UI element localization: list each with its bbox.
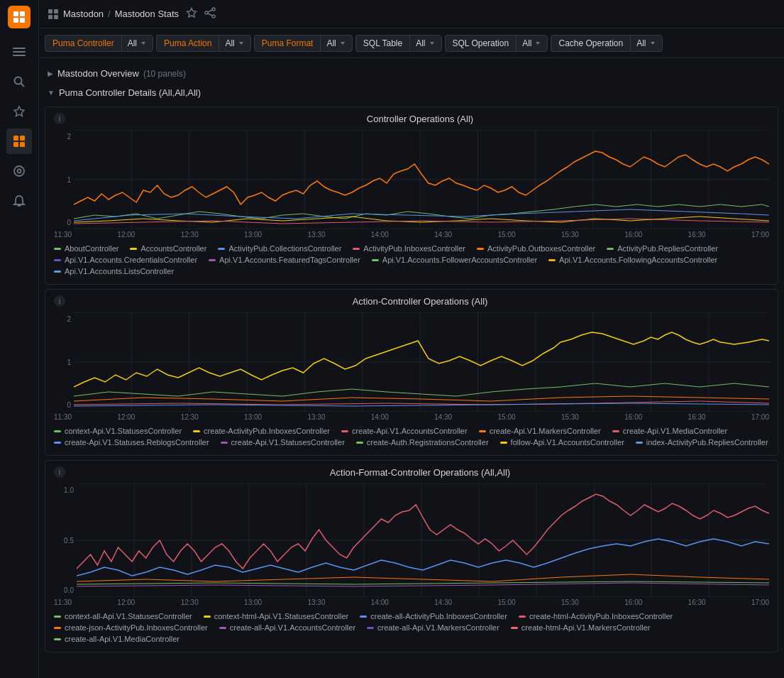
chart1-info-icon[interactable]: i [54,113,65,124]
section-puma-details[interactable]: ▼ Puma Controller Details (All,All,All) [45,83,778,102]
app-logo[interactable] [8,6,31,28]
filter-puma-format-dropdown[interactable]: All [320,35,352,52]
legend-dot [54,638,61,640]
svg-marker-31 [651,42,655,45]
svg-rect-1 [20,11,25,16]
filter-sql-operation-label[interactable]: SQL Operation [445,35,517,52]
legend-text: Api.V1.Accounts.FeaturedTagsController [219,256,360,264]
legend-dot [54,627,61,629]
chart3-title: Action-Format-Controller Operations (All… [71,467,769,478]
app-breadcrumb-link[interactable]: Mastodon [63,9,104,19]
sidebar [0,0,39,678]
legend-item: create-ActivityPub.InboxesController [193,427,330,435]
filter-puma-format: Puma Format All [254,35,353,52]
legend-text: create-all-Api.V1.MediaController [65,635,180,643]
sidebar-item-starred[interactable] [6,99,32,124]
legend-dot [367,627,374,629]
filter-cache-operation-dropdown[interactable]: All [630,35,662,52]
sidebar-item-alerts[interactable] [6,188,32,214]
legend-item: context-html-Api.V1.StatusesController [204,612,349,620]
legend-dot [356,442,363,444]
legend-text: create-Api.V1.StatusesController [231,438,345,447]
legend-text: context-Api.V1.StatusesController [65,427,182,435]
chart2-ymin: 0 [54,401,71,409]
legend-dot [218,248,225,250]
filter-puma-controller-label[interactable]: Puma Controller [45,35,121,52]
svg-rect-16 [48,9,53,13]
filter-puma-action: Puma Action All [156,35,251,52]
sidebar-item-hamburger[interactable] [6,39,32,65]
legend-text: ActivityPub.CollectionsController [228,244,341,253]
chart1-area [74,130,769,229]
sidebar-item-explore[interactable] [6,158,32,184]
legend-item: create-Auth.RegistrationsController [356,438,489,447]
legend-item: context-all-Api.V1.StatusesController [54,612,192,620]
filter-sql-operation-dropdown[interactable]: All [516,35,548,52]
section-expand-arrow: ▶ [48,70,53,77]
legend-text: ActivityPub.OutboxesController [487,244,595,253]
filter-sql-table-label[interactable]: SQL Table [355,35,409,52]
legend-item: ActivityPub.CollectionsController [218,244,341,253]
filter-puma-controller: Puma Controller All [45,35,153,52]
chart3-xaxis: 11:30 12:00 12:30 13:00 13:30 14:00 14:3… [54,597,769,609]
svg-rect-13 [20,142,25,147]
chevron-down-icon [140,40,147,47]
legend-text: create-Auth.RegistrationsController [367,438,489,447]
legend-dot [636,442,643,444]
legend-text: context-html-Api.V1.StatusesController [214,612,349,620]
topbar: Mastodon / Mastodon Stats [39,0,784,28]
legend-dot [360,616,367,618]
dashboard-breadcrumb: Mastodon Stats [115,9,179,19]
sidebar-item-dashboards[interactable] [6,129,32,154]
svg-line-8 [21,84,25,87]
filter-sql-table-dropdown[interactable]: All [409,35,441,52]
section-mastodon-overview-label: Mastodon Overview [57,68,139,79]
chart1-ymin: 0 [54,219,71,226]
legend-text: create-Api.V1.MarkersController [490,427,601,435]
legend-item: Api.V1.Accounts.ListsController [54,267,174,275]
star-button[interactable] [186,7,197,21]
sidebar-item-search[interactable] [6,69,32,94]
svg-marker-30 [536,42,540,45]
chevron-down-icon4 [429,40,436,47]
section-mastodon-overview[interactable]: ▶ Mastodon Overview (10 panels) [45,64,778,83]
legend-dot [219,627,226,629]
chart2-body: 2 1 0 [45,310,778,455]
legend-dot [519,616,526,618]
svg-rect-17 [54,9,58,13]
filter-puma-format-label[interactable]: Puma Format [254,35,321,52]
legend-item: create-all-Api.V1.MarkersController [367,623,499,632]
chart2-header: i Action-Controller Operations (All) [45,290,778,310]
legend-item: create-all-Api.V1.AccountsController [219,623,355,632]
legend-dot [477,248,484,250]
legend-dot [54,442,61,444]
svg-rect-4 [13,48,26,49]
legend-item: create-html-ActivityPub.InboxesControlle… [519,612,673,620]
svg-rect-2 [13,18,18,23]
legend-item: Api.V1.Accounts.FeaturedTagsController [209,256,360,264]
legend-text: Api.V1.Accounts.ListsController [65,267,174,275]
svg-point-21 [212,8,215,11]
share-button[interactable] [204,7,216,21]
legend-text: create-all-Api.V1.MarkersController [377,623,499,632]
filter-puma-controller-dropdown[interactable]: All [121,35,153,52]
chart2-info-icon[interactable]: i [54,295,65,307]
filter-puma-action-label[interactable]: Puma Action [156,35,219,52]
main-content: ▶ Mastodon Overview (10 panels) ▼ Puma C… [39,58,784,662]
legend-item: Api.V1.Accounts.FollowingAccountsControl… [548,256,717,264]
chart3-header: i Action-Format-Controller Operations (A… [45,461,778,481]
svg-marker-27 [239,42,243,45]
legend-item: Api.V1.Accounts.FollowerAccountsControll… [372,256,537,264]
chart1-header: i Controller Operations (All) [45,107,778,127]
legend-dot [511,627,518,629]
filter-puma-action-dropdown[interactable]: All [219,35,250,52]
chart3-info-icon[interactable]: i [54,466,65,478]
filter-cache-operation-label[interactable]: Cache Operation [551,35,630,52]
legend-item: AboutController [54,244,118,253]
legend-item: index-ActivityPub.RepliesController [636,438,768,447]
legend-dot [54,270,61,273]
legend-dot [548,259,556,261]
legend-text: Api.V1.Accounts.FollowingAccountsControl… [559,256,717,264]
svg-rect-0 [13,11,18,16]
svg-rect-12 [13,142,18,147]
